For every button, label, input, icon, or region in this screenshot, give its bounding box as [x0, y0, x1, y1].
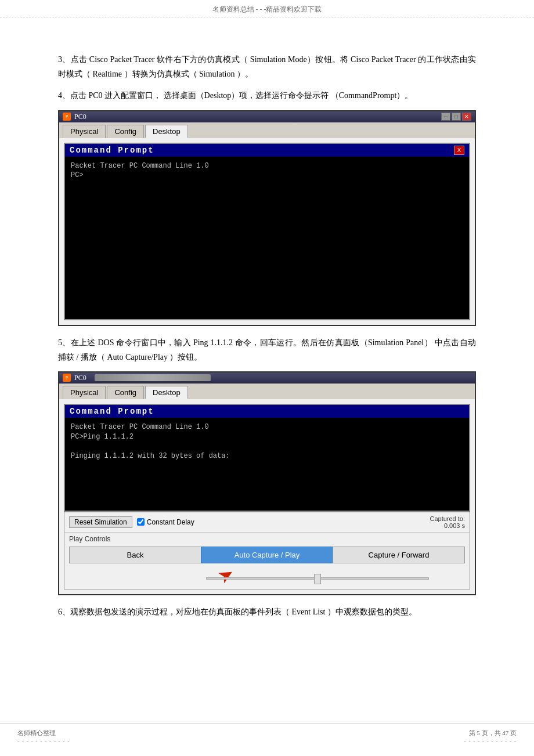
pc-title-1: PC0	[74, 113, 86, 121]
titlebar-blur-2	[95, 374, 211, 381]
cmd-line-1-0: Packet Tracer PC Command Line 1.0	[71, 161, 463, 171]
header-text: 名师资料总结 - - -精品资料欢迎下载	[212, 5, 322, 13]
step3-paragraph: 3、点击 Cisco Packet Tracer 软件右下方的仿真模式（ Sim…	[58, 52, 476, 81]
step3-text: 3、点击 Cisco Packet Tracer 软件右下方的仿真模式（ Sim…	[58, 55, 476, 78]
constant-delay-label: Constant Delay	[137, 518, 194, 526]
pc-controls-1: ─ □ ✕	[441, 113, 471, 121]
page-content: 3、点击 Cisco Packet Tracer 软件右下方的仿真模式（ Sim…	[0, 17, 534, 661]
step6-paragraph: 6、观察数据包发送的演示过程，对应地在仿真面板的事件列表（ Event List…	[58, 605, 476, 619]
cmd-title-text-2: Command Prompt	[70, 407, 154, 416]
constant-delay-checkbox[interactable]	[137, 518, 145, 526]
captured-label: Captured to:	[430, 515, 465, 522]
sim-top-left: Reset Simulation Constant Delay	[69, 516, 194, 528]
tab-config-1[interactable]: Config	[107, 125, 144, 138]
step5-text: 5、在上述 DOS 命令行窗口中，输入 Ping 1.1.1.2 命令，回车运行…	[58, 338, 476, 361]
pc-titlebar-left-1: P PC0	[63, 113, 86, 121]
reset-simulation-btn[interactable]: Reset Simulation	[69, 516, 132, 528]
pc-titlebar-1: P PC0 ─ □ ✕	[59, 111, 475, 122]
cmd-line-2-0: Packet Tracer PC Command Line 1.0	[71, 422, 463, 432]
footer-left-area: 名师精心整理 - - - - - - - - - - - -	[17, 729, 70, 744]
pc-icon-1: P	[63, 113, 71, 121]
tab-config-2[interactable]: Config	[107, 386, 144, 399]
tab-physical-1[interactable]: Physical	[63, 125, 106, 138]
slider-area: ➤	[64, 566, 470, 589]
tab-desktop-1[interactable]: Desktop	[145, 125, 188, 138]
cmd-body-1: Packet Tracer PC Command Line 1.0 PC>	[65, 157, 469, 319]
back-btn[interactable]: Back	[69, 547, 201, 563]
pc-titlebar-left-2: P PC0	[63, 374, 211, 382]
pc-icon-2: P	[63, 374, 71, 382]
pc-body-2: Command Prompt Packet Tracer PC Command …	[59, 399, 475, 594]
constant-delay-text: Constant Delay	[147, 518, 194, 526]
cmd-line-2-2	[71, 442, 463, 452]
cmd-close-1[interactable]: X	[454, 146, 464, 155]
cmd-line-2-1: PC>Ping 1.1.1.2	[71, 432, 463, 442]
cmd-window-1: Command Prompt X Packet Tracer PC Comman…	[64, 143, 470, 320]
close-btn-1[interactable]: ✕	[462, 113, 471, 121]
footer-right-text: 第 5 页，共 47 页	[469, 729, 517, 736]
footer-right-dots: - - - - - - - - - - - -	[464, 738, 517, 744]
cmd-line-1-1: PC>	[71, 171, 463, 180]
sim-panel: Reset Simulation Constant Delay Captured…	[64, 512, 470, 589]
footer-left-dots: - - - - - - - - - - - -	[17, 738, 70, 744]
page-header: 名师资料总结 - - -精品资料欢迎下载	[0, 0, 534, 17]
captured-value: 0.003 s	[430, 522, 465, 529]
step4-paragraph: 4、点击 PC0 进入配置窗口， 选择桌面（Desktop）项，选择运行命令提示…	[58, 88, 476, 103]
capture-forward-btn[interactable]: Capture / Forward	[333, 547, 465, 563]
step5-paragraph: 5、在上述 DOS 命令行窗口中，输入 Ping 1.1.1.2 命令，回车运行…	[58, 335, 476, 364]
pc-body-1: Command Prompt X Packet Tracer PC Comman…	[59, 138, 475, 325]
page-footer: 名师精心整理 - - - - - - - - - - - - 第 5 页，共 4…	[0, 724, 534, 744]
tab-desktop-2[interactable]: Desktop	[145, 386, 188, 399]
cmd-line-2-3: Pinging 1.1.1.2 with 32 bytes of data:	[71, 451, 463, 461]
pc-window-2: P PC0 Physical Config Desktop Command Pr…	[58, 371, 476, 595]
sim-top-bar: Reset Simulation Constant Delay Captured…	[64, 512, 470, 533]
pc-tabs-2: Physical Config Desktop	[59, 384, 475, 399]
pc-titlebar-2: P PC0	[59, 372, 475, 384]
minimize-btn-1[interactable]: ─	[441, 113, 450, 121]
sim-slider[interactable]	[206, 573, 429, 580]
sim-captured: Captured to: 0.003 s	[430, 515, 465, 529]
play-controls-label: Play Controls	[64, 533, 470, 544]
cmd-title-text-1: Command Prompt	[70, 146, 154, 155]
cmd-titlebar-1: Command Prompt X	[65, 144, 469, 157]
auto-capture-play-btn[interactable]: Auto Capture / Play	[201, 547, 333, 563]
cmd-titlebar-2: Command Prompt	[65, 405, 469, 418]
footer-right-area: 第 5 页，共 47 页 - - - - - - - - - - - -	[464, 729, 517, 744]
cmd-window-2: Command Prompt Packet Tracer PC Command …	[64, 404, 470, 512]
slider-thumb[interactable]	[314, 574, 321, 584]
pc-tabs-1: Physical Config Desktop	[59, 122, 475, 138]
step4-text: 4、点击 PC0 进入配置窗口， 选择桌面（Desktop）项，选择运行命令提示…	[58, 91, 413, 100]
pc-window-1: P PC0 ─ □ ✕ Physical Config Desktop Comm…	[58, 110, 476, 326]
tab-physical-2[interactable]: Physical	[63, 386, 106, 399]
pc-title-2: PC0	[74, 374, 86, 382]
step6-text: 6、观察数据包发送的演示过程，对应地在仿真面板的事件列表（ Event List…	[58, 607, 417, 616]
footer-left-text: 名师精心整理	[17, 729, 56, 736]
maximize-btn-1[interactable]: □	[452, 113, 461, 121]
cmd-body-2: Packet Tracer PC Command Line 1.0 PC>Pin…	[65, 418, 469, 511]
play-controls-row: Back Auto Capture / Play Capture / Forwa…	[64, 544, 470, 566]
